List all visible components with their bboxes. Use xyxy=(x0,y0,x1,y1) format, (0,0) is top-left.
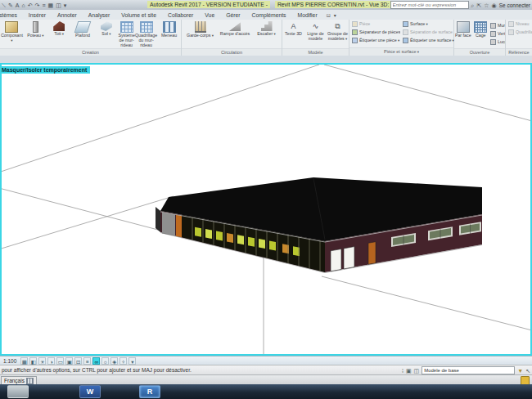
default-3d-view-icon[interactable]: ⌂ xyxy=(21,2,25,8)
separation-surface-button[interactable]: Séparation de surface xyxy=(400,28,454,36)
site-line[interactable] xyxy=(0,65,319,173)
ligne-modele-button[interactable]: ∿ Ligne de modèle xyxy=(304,21,327,42)
tab-complements[interactable]: Compléments xyxy=(246,12,292,18)
panel-reference: Niveau Quadrillage Référence xyxy=(506,20,532,56)
toit-button[interactable]: Toit xyxy=(47,21,71,37)
site-line[interactable] xyxy=(324,65,532,121)
garde-corps-button[interactable]: Garde-corps xyxy=(185,21,216,38)
tab-volume-et-site[interactable]: Volume et site xyxy=(115,12,162,18)
drawing-area[interactable]: Masquer/Isoler temporairement xyxy=(0,63,532,356)
gray-panel[interactable] xyxy=(162,212,175,235)
panel-label-piece-surface[interactable]: Pièce et surface xyxy=(349,47,453,56)
meneau-button[interactable]: Meneau xyxy=(157,21,181,38)
site-line[interactable] xyxy=(0,196,174,250)
keyboard-icon[interactable] xyxy=(26,378,34,384)
thin-lines-icon[interactable]: ▦ xyxy=(48,2,54,8)
view-scale-button[interactable]: 1:100 xyxy=(3,358,16,364)
design-options-dropdown[interactable]: Modèle de base xyxy=(422,366,515,374)
qat-dropdown-icon[interactable]: ▾ xyxy=(64,2,67,8)
white-door-1[interactable] xyxy=(331,249,341,271)
par-face-button[interactable]: Par face xyxy=(454,21,472,46)
taskbar-app-icon[interactable] xyxy=(7,385,29,398)
escalier-button[interactable]: Escalier xyxy=(255,21,279,37)
pencil-icon[interactable]: ✎ xyxy=(8,2,13,8)
orange-door-right[interactable] xyxy=(368,242,376,265)
orange-door-left[interactable] xyxy=(176,215,182,238)
tab-modifier[interactable]: Modifier xyxy=(291,12,322,18)
selection-filter-icon[interactable]: ▼ xyxy=(517,368,523,374)
surface-button[interactable]: Surface xyxy=(400,20,454,28)
tab-inserer[interactable]: Insérer xyxy=(23,12,52,18)
3d-view-canvas[interactable] xyxy=(0,63,532,356)
close-hidden-icon[interactable]: ◫ xyxy=(56,2,61,8)
infocenter: ⌕ ⇱ ☆ ◉ Se connecter xyxy=(390,1,531,9)
measure-icon[interactable]: ⟍ xyxy=(2,2,6,8)
tab-vue[interactable]: Vue xyxy=(199,12,220,18)
grid-icon xyxy=(508,29,514,35)
section-icon[interactable]: ≡ xyxy=(42,2,45,8)
tab-collaborer[interactable]: Collaborer xyxy=(162,12,199,18)
rendering-icon[interactable]: ≡ xyxy=(83,357,91,365)
visual-style-icon[interactable]: ◧ xyxy=(29,357,37,365)
plafond-button[interactable]: Plafond xyxy=(71,21,95,38)
exchange-apps-icon[interactable]: ⇱ xyxy=(476,2,481,8)
rampe-acces-button[interactable]: Rampe d'accès xyxy=(219,21,251,37)
poteau-button[interactable]: Poteau xyxy=(24,21,47,38)
piece-button[interactable]: Pièce xyxy=(349,20,400,28)
lock-3d-view-icon[interactable]: ⊡ xyxy=(74,357,82,365)
taskbar-revit-icon[interactable]: R xyxy=(139,385,160,398)
model-text-icon: A xyxy=(288,21,300,31)
curtain-grid-icon xyxy=(140,21,153,33)
lucarne-button[interactable]: Lucarne xyxy=(489,38,505,46)
taskbar-word-icon[interactable]: W xyxy=(79,385,101,398)
sun-path-icon[interactable]: ☀ xyxy=(38,357,46,365)
tab-annoter[interactable]: Annoter xyxy=(52,12,83,18)
groupe-modeles-button[interactable]: ⧉ Groupe de modèles xyxy=(327,21,349,42)
tab-gerer[interactable]: Gérer xyxy=(220,12,246,18)
temporary-hide-isolate-icon[interactable]: ∞ xyxy=(92,357,100,365)
room-separator-icon xyxy=(352,29,358,35)
hide-isolate-mode-badge[interactable]: Masquer/Isoler temporairement xyxy=(0,66,90,74)
ouverture-verticale-button[interactable]: Verticale xyxy=(489,29,505,38)
crop-view-icon[interactable]: ▭ xyxy=(56,357,64,365)
texte-3d-button[interactable]: A Texte 3D xyxy=(282,21,304,37)
detail-level-icon[interactable]: ▦ xyxy=(20,357,28,365)
sol-button[interactable]: Sol xyxy=(95,21,119,37)
quadrillage-mur-rideau-button[interactable]: Quadrillage du mur-rideau xyxy=(135,21,157,48)
vcb-more-icon[interactable]: ▾ xyxy=(128,357,136,365)
tab-analyser[interactable]: Analyser xyxy=(83,12,115,18)
building-west-end-wall[interactable] xyxy=(156,207,160,232)
site-line[interactable] xyxy=(322,276,532,330)
systeme-mur-rideau-button[interactable]: Système de mur-rideau xyxy=(118,21,135,48)
select-toggle-icon[interactable]: ↖ xyxy=(525,368,530,374)
quadrillage-button[interactable]: Quadrillage xyxy=(506,28,532,36)
favorites-star-icon[interactable]: ☆ xyxy=(484,2,489,8)
product-title: Autodesk Revit 2017 - VERSION ETUDIANTE … xyxy=(147,1,270,8)
niveau-button[interactable]: Niveau xyxy=(506,20,532,28)
separateur-pieces-button[interactable]: Séparateur de pièces xyxy=(349,28,400,36)
sign-in-link[interactable]: Se connecter xyxy=(499,2,530,8)
show-constraints-icon[interactable]: ✧ xyxy=(119,357,127,365)
ribbon-display-icon[interactable]: ⊡ xyxy=(327,12,331,18)
editing-requests-icon[interactable]: ◫ xyxy=(414,368,420,374)
redo-icon[interactable]: ↷ xyxy=(35,2,40,8)
shadows-icon[interactable]: ◑ xyxy=(47,357,55,365)
etiqueter-surface-button[interactable]: Étiqueter une surface xyxy=(400,36,454,44)
search-input[interactable] xyxy=(390,1,469,9)
ouverture-mur-button[interactable]: Mur xyxy=(489,21,505,29)
cage-button[interactable]: Cage xyxy=(472,21,490,46)
composant-button[interactable]: Composant xyxy=(0,21,24,43)
user-icon[interactable]: ◉ xyxy=(492,2,497,8)
text-icon[interactable]: A xyxy=(16,2,20,8)
temporary-view-properties-icon[interactable]: ◈ xyxy=(110,357,118,365)
search-icon[interactable]: ⌕ xyxy=(471,2,475,8)
tab-systemes[interactable]: Systèmes xyxy=(0,12,23,18)
building-model[interactable] xyxy=(156,177,482,273)
show-crop-region-icon[interactable]: ▣ xyxy=(65,357,73,365)
undo-icon[interactable]: ↶ xyxy=(28,2,33,8)
etiqueter-piece-button[interactable]: Étiqueter une pièce xyxy=(349,36,400,44)
ribbon-display-dropdown-icon[interactable]: ▾ xyxy=(334,12,336,18)
reveal-hidden-elements-icon[interactable]: ☼ xyxy=(101,357,109,365)
white-door-2[interactable] xyxy=(344,247,354,269)
worksets-icon[interactable]: ▣ xyxy=(406,368,412,374)
